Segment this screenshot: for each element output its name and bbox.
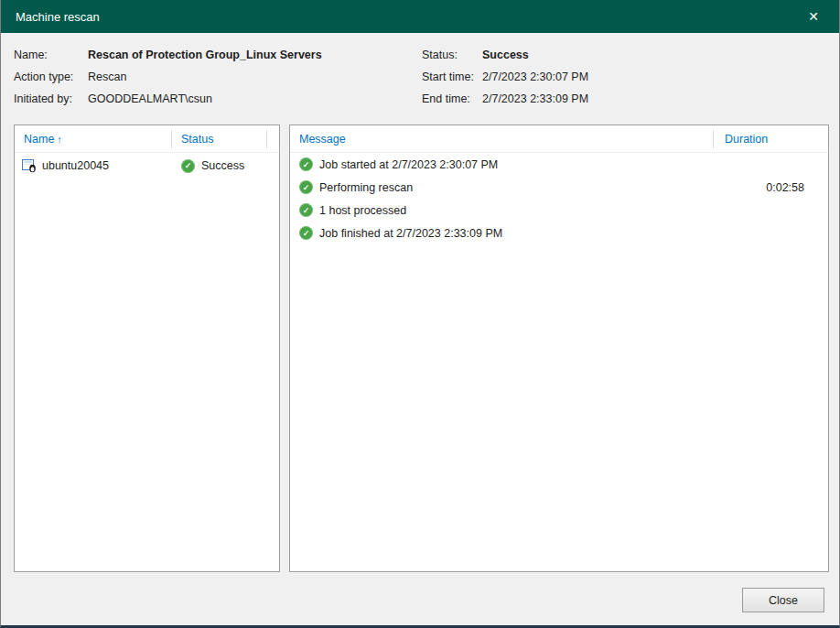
- column-header-status[interactable]: Status: [172, 130, 267, 148]
- column-header-name-label: Name: [24, 133, 54, 146]
- action-type-value: Rescan: [88, 66, 126, 88]
- log-row[interactable]: ✓ 1 host processed: [290, 199, 828, 222]
- success-icon: ✓: [299, 180, 313, 194]
- log-duration-cell: 0:02:58: [714, 181, 828, 194]
- machine-rescan-dialog: Machine rescan ✕ Name: Rescan of Protect…: [0, 0, 840, 628]
- column-header-message-label: Message: [299, 133, 346, 146]
- summary-section: Name: Rescan of Protection Group_Linux S…: [1, 33, 839, 125]
- machine-row[interactable]: ubuntu20045 ✓ Success: [15, 153, 279, 179]
- end-time-label: End time:: [422, 88, 482, 110]
- log-message-cell: ✓ Job finished at 2/7/2023 2:33:09 PM: [290, 226, 714, 240]
- sort-ascending-icon: ↑: [57, 134, 62, 145]
- end-time-value: 2/7/2023 2:33:09 PM: [482, 88, 588, 110]
- column-header-duration-label: Duration: [725, 133, 768, 146]
- column-header-message[interactable]: Message: [290, 130, 714, 148]
- summary-end-time-row: End time: 2/7/2023 2:33:09 PM: [422, 88, 588, 110]
- action-type-label: Action type:: [14, 66, 88, 88]
- machine-status-cell: ✓ Success: [172, 159, 273, 173]
- success-icon: ✓: [299, 203, 313, 217]
- machines-panel: Name↑ Status ubuntu20045 ✓ Succe: [14, 125, 280, 572]
- log-message-cell: ✓ Job started at 2/7/2023 2:30:07 PM: [290, 157, 714, 171]
- machines-header-row: Name↑ Status: [15, 125, 279, 153]
- log-message-cell: ✓ 1 host processed: [290, 203, 714, 217]
- log-message: Job started at 2/7/2023 2:30:07 PM: [319, 158, 498, 171]
- log-message-cell: ✓ Performing rescan: [290, 180, 714, 194]
- log-row[interactable]: ✓ Performing rescan 0:02:58: [290, 176, 828, 199]
- log-row[interactable]: ✓ Job finished at 2/7/2023 2:33:09 PM: [290, 222, 828, 244]
- machine-name: ubuntu20045: [42, 159, 109, 172]
- close-icon[interactable]: ✕: [801, 0, 826, 33]
- success-icon: ✓: [181, 159, 195, 173]
- summary-initiated-by-row: Initiated by: GOODDEALMART\csun: [14, 88, 322, 110]
- column-header-name[interactable]: Name↑: [15, 130, 172, 148]
- initiated-by-label: Initiated by:: [14, 88, 88, 110]
- start-time-label: Start time:: [422, 66, 482, 88]
- summary-status-row: Status: Success: [422, 44, 588, 66]
- log-row[interactable]: ✓ Job started at 2/7/2023 2:30:07 PM: [290, 153, 828, 176]
- titlebar: Machine rescan ✕: [1, 0, 839, 33]
- summary-right-column: Status: Success Start time: 2/7/2023 2:3…: [422, 44, 588, 110]
- status-label: Status:: [422, 44, 482, 66]
- log-panel: Message Duration ✓ Job started at 2/7/20…: [289, 125, 829, 572]
- log-message: Performing rescan: [319, 181, 413, 194]
- column-header-status-label: Status: [181, 133, 213, 146]
- start-time-value: 2/7/2023 2:30:07 PM: [482, 66, 588, 88]
- name-label: Name:: [14, 44, 88, 66]
- success-icon: ✓: [299, 226, 313, 240]
- close-button[interactable]: Close: [742, 588, 824, 612]
- column-header-duration[interactable]: Duration: [714, 130, 828, 148]
- success-icon: ✓: [299, 157, 313, 171]
- name-value: Rescan of Protection Group_Linux Servers: [88, 44, 322, 66]
- log-duration: 0:02:58: [766, 181, 804, 194]
- summary-action-type-row: Action type: Rescan: [14, 66, 322, 88]
- log-message: 1 host processed: [319, 204, 406, 217]
- machine-name-cell: ubuntu20045: [15, 158, 172, 173]
- initiated-by-value: GOODDEALMART\csun: [88, 88, 212, 110]
- log-message: Job finished at 2/7/2023 2:33:09 PM: [319, 227, 502, 240]
- log-header-row: Message Duration: [290, 125, 828, 153]
- summary-name-row: Name: Rescan of Protection Group_Linux S…: [14, 44, 322, 66]
- summary-start-time-row: Start time: 2/7/2023 2:30:07 PM: [422, 66, 588, 88]
- summary-left-column: Name: Rescan of Protection Group_Linux S…: [14, 44, 322, 110]
- machine-status: Success: [201, 159, 244, 172]
- status-value: Success: [482, 44, 529, 66]
- window-title: Machine rescan: [16, 10, 100, 24]
- linux-host-icon: [22, 158, 37, 173]
